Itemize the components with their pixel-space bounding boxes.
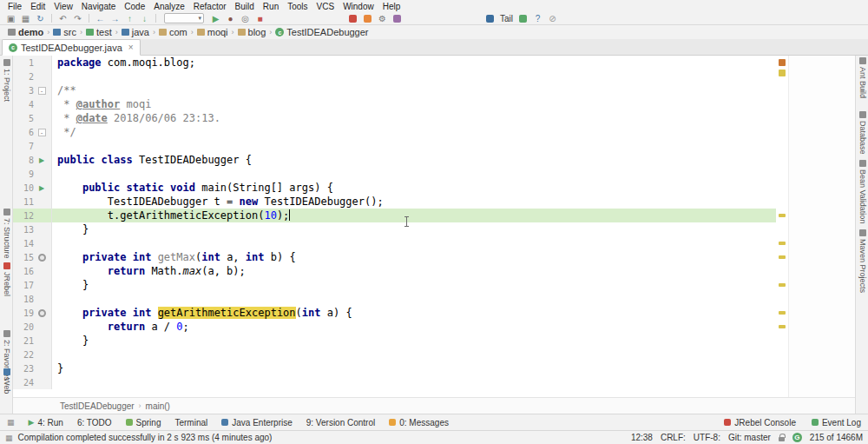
gutter[interactable]: 10▶ [13, 181, 52, 195]
undo-icon[interactable]: ↶ [56, 13, 70, 24]
warning-mark[interactable] [779, 242, 786, 245]
warning-mark[interactable] [779, 255, 786, 259]
toolwindow-button-web[interactable]: Web [1, 368, 12, 394]
navbar-item-java[interactable]: java [121, 27, 150, 37]
vcs-branch[interactable]: Git: master [728, 433, 771, 442]
menu-file[interactable]: File [3, 0, 26, 12]
code-editor[interactable]: 1package com.moqi.blog;23-/**4 * @author… [13, 56, 788, 397]
code-line[interactable]: /** [52, 83, 776, 97]
code-line[interactable] [52, 70, 776, 83]
debug-icon[interactable]: ● [223, 13, 238, 24]
gutter[interactable]: 18 [13, 292, 52, 306]
toolwindow-todo[interactable]: 6: TODO [77, 418, 112, 427]
inspection-status-icon[interactable] [779, 59, 786, 66]
gutter[interactable]: 4 [13, 97, 52, 111]
gutter[interactable]: 16 [13, 264, 52, 278]
toolwindow-button-ant-build[interactable]: Ant Build [857, 57, 868, 98]
code-line[interactable]: } [52, 334, 776, 348]
warning-mark[interactable] [779, 311, 786, 315]
gutter[interactable]: 9 [13, 167, 52, 181]
toolwindow-terminal[interactable]: Terminal [174, 418, 207, 427]
gutter[interactable]: 24 [13, 375, 52, 389]
toolwindow-button-7-structure[interactable]: 7: Structure [1, 209, 12, 259]
warning-mark[interactable] [779, 325, 786, 328]
caret-position[interactable]: 12:38 [631, 433, 653, 442]
power-save-icon[interactable]: ⊘ [545, 13, 560, 24]
tail-icon[interactable] [486, 15, 494, 23]
code-line[interactable]: } [52, 222, 776, 236]
navbar-item-blog[interactable]: blog [237, 27, 267, 37]
encoding[interactable]: UTF-8: [694, 433, 720, 442]
gutter[interactable]: 1 [13, 56, 52, 70]
tab-close-icon[interactable]: × [128, 43, 134, 52]
navbar-item-src[interactable]: src [52, 27, 77, 37]
navbar-item-testideadebugger[interactable]: cTestIDEADebugger [274, 27, 369, 37]
warning-mark[interactable] [779, 283, 786, 287]
menu-navigate[interactable]: Navigate [77, 0, 120, 12]
toolwindow-button-maven-projects[interactable]: Maven Projects [857, 229, 868, 293]
gutter[interactable]: 19 [13, 306, 52, 320]
toolwindow-messages[interactable]: 0: Messages [389, 418, 449, 427]
open-icon[interactable]: ▣ [3, 13, 18, 24]
menu-tools[interactable]: Tools [283, 0, 312, 12]
code-line[interactable]: private int getArithmeticException(int a… [52, 306, 776, 320]
gutter[interactable]: 5 [13, 111, 52, 125]
code-line[interactable] [52, 139, 776, 153]
code-line[interactable]: return a / 0; [52, 320, 776, 334]
back-icon[interactable]: ← [93, 13, 108, 24]
navbar-item-com[interactable]: com [158, 27, 188, 37]
gutter[interactable]: 20 [13, 320, 52, 334]
gutter[interactable]: 2 [13, 70, 52, 83]
editor-tab-testideadebugger[interactable]: c TestIDEADebugger.java × [2, 39, 141, 56]
code-line[interactable] [52, 375, 776, 389]
gutter[interactable]: 17 [13, 278, 52, 292]
code-line[interactable]: * @date 2018/06/06 23:13. [52, 111, 776, 125]
menu-help[interactable]: Help [378, 0, 405, 12]
menu-edit[interactable]: Edit [26, 0, 49, 12]
code-line[interactable] [52, 348, 776, 361]
redo-icon[interactable]: ↷ [70, 13, 85, 24]
menu-run[interactable]: Run [259, 0, 283, 12]
menu-vcs[interactable]: VCS [312, 0, 339, 12]
gutter[interactable]: 13 [13, 222, 52, 236]
warning-mark[interactable] [779, 214, 786, 217]
run-configuration-select[interactable]: ▾ [164, 13, 204, 23]
toolwindow-button-jrebel[interactable]: JRebel [1, 262, 12, 296]
code-line[interactable]: public static void main(String[] args) { [52, 181, 776, 195]
gutter[interactable]: 6- [13, 125, 52, 139]
line-ending[interactable]: CRLF: [661, 433, 686, 442]
code-line[interactable]: public class TestIDEADebugger { [52, 153, 776, 167]
code-line[interactable]: } [52, 361, 776, 375]
gutter[interactable]: 23 [13, 361, 52, 375]
fold-marker-icon[interactable]: - [38, 129, 46, 136]
next-occurrence-icon[interactable]: ↓ [137, 13, 152, 24]
code-line[interactable] [52, 292, 776, 306]
gutter[interactable]: 15 [13, 250, 52, 264]
help-icon[interactable]: ? [530, 13, 545, 24]
gutter[interactable]: 7 [13, 139, 52, 153]
settings-icon[interactable]: ⚙ [375, 13, 390, 24]
menu-code[interactable]: Code [120, 0, 149, 12]
toolwindow-button-bean-validation[interactable]: Bean Validation [857, 160, 868, 223]
toolwindow-switcher[interactable]: ▦ [7, 418, 15, 427]
gutter[interactable]: 3- [13, 83, 52, 97]
code-line[interactable]: */ [52, 125, 776, 139]
statusbar-toolwindows-icon[interactable]: ▦ [5, 434, 13, 442]
memory-indicator[interactable]: 215 of 1466M [810, 433, 863, 442]
gutter[interactable]: 21 [13, 334, 52, 348]
menu-window[interactable]: Window [339, 0, 378, 12]
run-arrow-icon[interactable]: ▶ [39, 156, 44, 164]
navbar-item-test[interactable]: test [85, 27, 113, 37]
code-line[interactable] [52, 167, 776, 181]
previous-occurrence-icon[interactable]: ↑ [122, 13, 137, 24]
code-line[interactable]: * @author moqi [52, 97, 776, 111]
method-marker-icon[interactable] [38, 309, 46, 317]
stop-icon[interactable]: ■ [253, 13, 267, 24]
method-marker-icon[interactable] [38, 254, 46, 262]
project-structure-icon[interactable] [393, 15, 401, 23]
menu-build[interactable]: Build [231, 0, 259, 12]
debug-with-jrebel-icon[interactable] [364, 15, 372, 23]
sync-icon[interactable]: ↻ [33, 13, 48, 24]
hector-icon[interactable] [779, 437, 785, 441]
toolwindow-jrebel-console[interactable]: JRebel Console [724, 418, 796, 427]
